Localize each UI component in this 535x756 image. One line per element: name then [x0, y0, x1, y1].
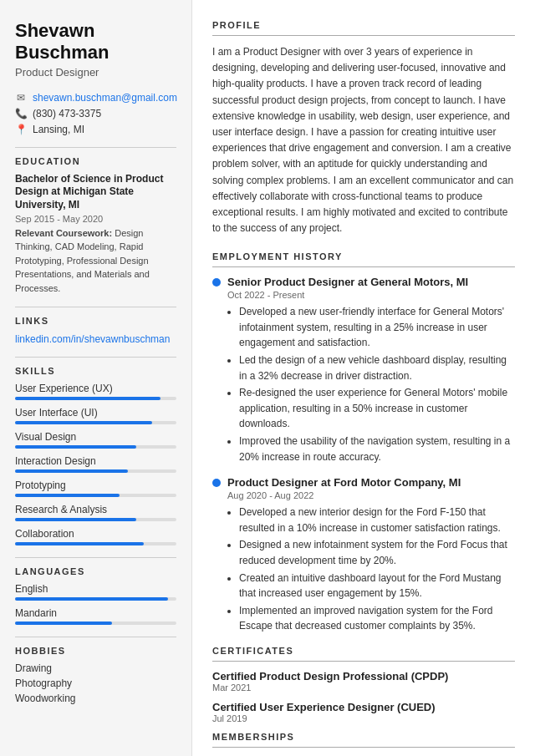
skill-label: Research & Analysis — [15, 504, 176, 515]
language-label: English — [15, 583, 176, 595]
job-entry: Product Designer at Ford Motor Company, … — [212, 476, 515, 634]
job-date: Aug 2020 - Aug 2022 — [227, 490, 515, 500]
education-section-title: EDUCATION — [15, 156, 176, 166]
skill-item: Interaction Design — [15, 455, 176, 473]
job-header: Senior Product Designer at General Motor… — [212, 276, 515, 288]
skill-bar-fill — [15, 421, 152, 424]
resume-container: Shevawn Buschman Product Designer ✉ shev… — [0, 0, 535, 756]
hobbies-list: DrawingPhotographyWoodworking — [15, 662, 176, 704]
skill-bar-bg — [15, 542, 176, 545]
skill-bar-fill — [15, 397, 160, 400]
skill-label: Interaction Design — [15, 455, 176, 467]
employment-section-title: EMPLOYMENT HISTORY — [212, 251, 515, 261]
skill-item: Prototyping — [15, 479, 176, 497]
cert-entry: Certified Product Design Professional (C… — [212, 670, 515, 693]
skill-bar-bg — [15, 421, 176, 424]
job-entry: Senior Product Designer at General Motor… — [212, 276, 515, 464]
languages-list: English Mandarin — [15, 583, 176, 625]
job-bullet: Re-designed the user experience for Gene… — [239, 385, 515, 432]
job-header: Product Designer at Ford Motor Company, … — [212, 476, 515, 489]
skill-bar-fill — [15, 542, 144, 545]
certificates-divider — [212, 661, 515, 662]
main-content: PROFILE I am a Product Designer with ove… — [192, 0, 535, 756]
language-label: Mandarin — [15, 607, 176, 619]
hobbies-section-title: HOBBIES — [15, 646, 176, 656]
job-date: Oct 2022 - Present — [227, 290, 515, 300]
contact-phone: 📞 (830) 473-3375 — [15, 108, 176, 119]
edu-degree: Bachelor of Science in Product Design at… — [15, 173, 176, 212]
cert-date: Mar 2021 — [212, 682, 515, 693]
hobby-item: Photography — [15, 677, 176, 689]
linkedin-link-item: linkedin.com/in/shevawnbuschman — [15, 332, 176, 345]
language-bar-fill — [15, 622, 112, 625]
job-bullet: Led the design of a new vehicle dashboar… — [239, 353, 515, 383]
languages-divider — [15, 557, 176, 558]
job-bullet: Improved the usability of the navigation… — [239, 434, 515, 464]
certificates-list: Certified Product Design Professional (C… — [212, 670, 515, 723]
skill-bar-bg — [15, 397, 176, 400]
cert-name: Certified User Experience Designer (CUED… — [212, 701, 515, 713]
job-bullets: Developed a new interior design for the … — [227, 505, 515, 634]
candidate-name: Shevawn Buschman — [15, 20, 176, 64]
skill-item: Research & Analysis — [15, 504, 176, 521]
language-item: English — [15, 583, 176, 601]
job-bullet: Developed a new user-friendly interface … — [239, 304, 515, 351]
hobbies-divider — [15, 637, 176, 637]
job-bullet: Designed a new infotainment system for t… — [239, 537, 515, 568]
edu-date: Sep 2015 - May 2020 — [15, 214, 176, 224]
cert-date: Jul 2019 — [212, 713, 515, 723]
links-divider — [15, 307, 176, 307]
contact-email: ✉ shevawn.buschman@gmail.com — [15, 92, 176, 104]
job-dot — [212, 479, 221, 487]
languages-section-title: LANGUAGES — [15, 566, 176, 576]
language-item: Mandarin — [15, 607, 176, 625]
cert-name: Certified Product Design Professional (C… — [212, 670, 515, 682]
skill-bar-bg — [15, 518, 176, 521]
job-dot — [212, 278, 221, 287]
edu-coursework: Relevant Coursework: Design Thinking, CA… — [15, 226, 176, 296]
links-section-title: LINKS — [15, 316, 176, 326]
skill-label: Visual Design — [15, 431, 176, 443]
linkedin-link[interactable]: linkedin.com/in/shevawnbuschman — [15, 333, 170, 345]
email-icon: ✉ — [15, 92, 27, 104]
hobby-item: Drawing — [15, 662, 176, 674]
skill-bar-bg — [15, 494, 176, 497]
language-bar-bg — [15, 597, 176, 601]
candidate-title: Product Designer — [15, 66, 176, 79]
skill-label: User Experience (UX) — [15, 383, 176, 394]
contact-location: 📍 Lansing, MI — [15, 124, 176, 135]
skill-label: Collaboration — [15, 528, 176, 540]
skill-label: Prototyping — [15, 479, 176, 491]
memberships-section-title: MEMBERSHIPS — [212, 732, 515, 742]
skill-label: User Interface (UI) — [15, 407, 176, 419]
skill-item: Collaboration — [15, 528, 176, 545]
phone-icon: 📞 — [15, 108, 27, 119]
certificates-section-title: CERTIFICATES — [212, 646, 515, 656]
job-bullet: Implemented an improved navigation syste… — [239, 603, 515, 634]
skill-bar-fill — [15, 494, 120, 497]
skills-section-title: SKILLS — [15, 366, 176, 376]
skill-bar-fill — [15, 445, 136, 449]
skills-divider — [15, 357, 176, 358]
memberships-divider — [212, 747, 515, 748]
email-link[interactable]: shevawn.buschman@gmail.com — [33, 92, 177, 104]
job-bullet: Created an intuitive dashboard layout fo… — [239, 571, 515, 601]
job-bullet: Developed a new interior design for the … — [239, 505, 515, 535]
sidebar: Shevawn Buschman Product Designer ✉ shev… — [0, 0, 192, 756]
employment-divider — [212, 266, 515, 267]
skill-item: Visual Design — [15, 431, 176, 449]
skills-list: User Experience (UX) User Interface (UI)… — [15, 383, 176, 545]
skill-bar-bg — [15, 469, 176, 473]
language-bar-bg — [15, 622, 176, 625]
cert-entry: Certified User Experience Designer (CUED… — [212, 701, 515, 723]
skill-bar-bg — [15, 445, 176, 449]
job-bullets: Developed a new user-friendly interface … — [227, 304, 515, 464]
hobby-item: Woodworking — [15, 693, 176, 704]
skill-bar-fill — [15, 518, 136, 521]
language-bar-fill — [15, 597, 168, 601]
profile-text: I am a Product Designer with over 3 year… — [212, 44, 515, 236]
employment-list: Senior Product Designer at General Motor… — [212, 276, 515, 634]
profile-divider — [212, 35, 515, 36]
job-title: Senior Product Designer at General Motor… — [227, 276, 468, 288]
education-divider — [15, 147, 176, 148]
